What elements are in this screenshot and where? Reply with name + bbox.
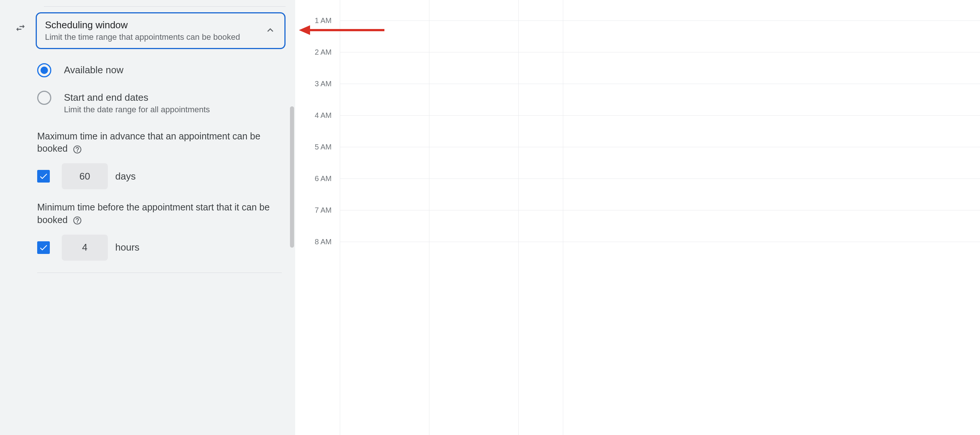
max-advance-input[interactable] [62,163,108,189]
time-label: 4 AM [315,111,332,120]
grid-hline [340,178,980,179]
calendar-grid[interactable]: 1 AM2 AM3 AM4 AM5 AM6 AM7 AM8 AM [295,0,980,435]
grid-hline [340,84,980,84]
min-before-checkbox[interactable] [37,241,50,254]
radio-description: Limit the date range for all appointment… [64,105,210,115]
min-before-label: Minimum time before the appointment star… [37,201,282,226]
min-before-unit: hours [115,242,139,253]
radio-label: Start and end dates [64,91,210,104]
help-icon[interactable] [73,145,82,154]
grid-hline [340,210,980,210]
grid-vline [518,0,519,435]
grid-hline [340,21,980,21]
grid-hline [340,115,980,116]
grid-vline [563,0,563,435]
help-icon[interactable] [73,216,82,225]
time-label: 1 AM [315,16,332,25]
chevron-up-icon [264,24,276,38]
radio-start-end-dates-row[interactable]: Start and end dates Limit the date range… [37,85,282,118]
accordion-title: Scheduling window [45,19,240,31]
radio-available-now-row[interactable]: Available now [37,57,282,81]
time-label: 5 AM [315,143,332,151]
time-label: 2 AM [315,48,332,56]
scrollbar-thumb[interactable] [290,106,294,248]
max-advance-checkbox[interactable] [37,170,50,183]
time-label: 7 AM [315,206,332,215]
min-before-input[interactable] [62,234,108,261]
grid-hline [340,52,980,53]
time-label: 8 AM [315,237,332,246]
accordion-subtitle: Limit the time range that appointments c… [45,32,240,42]
time-label: 3 AM [315,80,332,88]
scheduling-window-accordion[interactable]: Scheduling window Limit the time range t… [36,12,286,49]
divider [37,272,282,273]
swap-horiz-icon [15,22,26,35]
radio-label: Available now [64,64,123,76]
max-advance-label: Maximum time in advance that an appointm… [37,130,282,155]
radio-available-now[interactable] [37,63,51,77]
settings-panel: Scheduling window Limit the time range t… [0,0,295,435]
grid-hline [340,242,980,242]
grid-hline [340,147,980,147]
time-label: 6 AM [315,174,332,183]
radio-start-end-dates[interactable] [37,91,51,105]
grid-vline [340,0,340,435]
divider [44,6,286,7]
max-advance-unit: days [115,170,136,182]
grid-vline [429,0,430,435]
